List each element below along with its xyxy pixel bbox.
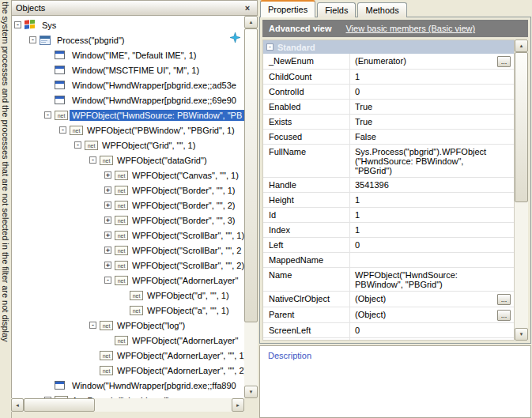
property-value: 1 [355,225,511,235]
tree-item[interactable]: -netWPFObject("Grid", "", 1) [12,137,244,153]
collapse-icon[interactable]: - [59,126,66,134]
collapse-icon[interactable]: - [266,43,274,51]
property-row[interactable]: EnabledTrue [263,100,514,115]
scroll-up-icon[interactable] [244,16,258,28]
ellipsis-button[interactable]: ... [497,294,511,305]
svg-text:net: net [118,338,126,344]
expand-icon[interactable]: + [104,186,111,194]
objects-panel-title: Objects [16,3,45,13]
tree-item[interactable]: -netWPFObject("dataGrid") [12,153,244,168]
svg-text:net: net [118,263,126,269]
collapse-icon[interactable]: - [89,156,96,164]
collapse-icon[interactable]: - [29,36,36,43]
collapse-icon[interactable]: - [14,21,21,28]
tree-item[interactable]: +netWPFObject("ScrollBar", "", 1) [12,228,244,243]
close-icon[interactable]: × [242,2,253,13]
tree-item[interactable]: netWPFObject("AdornerLayer", "", 2) [12,363,244,378]
expand-icon[interactable]: + [104,262,111,269]
property-name: Left [263,238,350,252]
tree-item[interactable]: Window("HwndWrapper[pbgrid.exe;;ffa890 [12,378,244,393]
properties-vscroll-thumb[interactable] [515,52,528,202]
property-row[interactable]: Handle3541396 [263,178,514,193]
scroll-down-icon[interactable] [515,328,528,341]
tree-item[interactable]: -Sys [12,17,244,32]
tree-item[interactable]: -Process("pbgrid") [12,32,244,47]
expand-icon[interactable]: + [104,217,111,224]
tree-item[interactable]: -netWPFObject("PBWindow", "PBGrid", 1) [12,122,244,137]
property-row[interactable]: Height1 [263,193,514,208]
properties-vertical-scrollbar[interactable] [515,40,528,341]
expand-icon[interactable]: + [104,171,111,179]
tree-item[interactable]: netWPFObject("AdornerLayer", "", 1) [12,348,244,363]
collapse-icon[interactable]: - [44,111,51,119]
property-row[interactable]: ChildCount1 [263,70,514,85]
property-value-cell: 0 [350,238,514,252]
tree-item[interactable]: +netWPFObject("ScrollBar", "", 2) [12,258,244,273]
tree-item[interactable]: Window("HwndWrapper[pbgrid.exe;;69e90 [12,92,244,107]
tree-vscroll-thumb[interactable] [244,28,258,322]
property-value-cell: True [350,115,514,129]
property-row[interactable]: ControlId0 [263,85,514,100]
property-row[interactable]: ScreenLeft0 [263,323,514,338]
scroll-right-icon[interactable] [232,398,244,412]
property-row[interactable]: FullNameSys.Process("pbgrid").WPFObject … [263,145,514,178]
property-row[interactable]: NativeClrObject(Object)... [263,292,514,307]
property-row[interactable]: NameWPFObject("HwndSource: PBWindow", "P… [263,268,514,292]
tree-item[interactable]: +netWPFObject("Border", "", 3) [12,213,244,228]
tab-properties[interactable]: Properties [260,0,315,17]
tree-item[interactable]: +netWPFObject("Canvas", "", 1) [12,168,244,183]
tree-item-label: WPFObject("ScrollBar", "", 1) [130,230,244,241]
scroll-up-icon[interactable] [515,40,528,52]
tree-item[interactable]: Window("MSCTFIME UI", "M", 1) [12,62,244,77]
property-row[interactable]: FocusedFalse [263,130,514,145]
property-row[interactable]: _NewEnum(Enumerator)... [263,54,514,70]
expand-icon[interactable]: + [104,247,111,254]
expand-icon[interactable]: + [104,201,111,209]
property-value-cell: 3541396 [350,178,514,192]
property-row[interactable]: ScreenTop0 [263,338,514,341]
tree-item[interactable]: +netAppDomain("pbgrid.exe") [12,393,244,398]
scroll-left-icon[interactable] [11,398,24,412]
svg-text:net: net [118,233,126,239]
tree-item[interactable]: +netWPFObject("ScrollBar", "", 2 [12,243,244,258]
tree-horizontal-scrollbar[interactable] [11,398,244,412]
expand-icon[interactable]: + [104,232,111,239]
tree-item[interactable]: -netWPFObject("log") [12,318,244,333]
tree-item[interactable]: +netWPFObject("Border", "", 1) [12,183,244,198]
tree-vertical-scrollbar[interactable] [244,16,258,398]
collapse-icon[interactable]: - [104,277,111,284]
net-icon: net [115,231,130,240]
collapse-icon[interactable]: - [74,141,81,149]
ellipsis-button[interactable]: ... [497,56,511,67]
svg-text:net: net [103,353,111,359]
tab-fields[interactable]: Fields [317,2,356,17]
tree-item[interactable]: -netWPFObject("HwndSource: PBWindow", "P… [12,107,244,122]
tree-item[interactable]: Window("HwndWrapper[pbgrid.exe;;ad53e [12,77,244,92]
tree-item[interactable]: netWPFObject("d", "", 1) [12,288,244,303]
tree-item[interactable]: netWPFObject("AdornerLayer" [12,333,244,348]
tree-item[interactable]: Window("IME", "Default IME", 1) [12,47,244,62]
property-value-cell: True [350,100,514,114]
property-row[interactable]: Parent(Object)... [263,307,514,323]
collapse-icon[interactable]: - [89,322,96,329]
property-value: 1 [355,195,511,205]
tree-hscroll-thumb[interactable] [24,398,95,412]
property-row[interactable]: Index1 [263,223,514,238]
basic-view-link[interactable]: View basic members (Basic view) [345,24,475,33]
property-row[interactable]: Left0 [263,238,514,253]
property-name: Enabled [263,100,350,114]
property-group-standard[interactable]: - Standard [263,40,514,54]
tab-methods[interactable]: Methods [357,2,406,17]
tree-item[interactable]: netWPFObject("a", "", 1) [12,303,244,318]
ellipsis-button[interactable]: ... [497,310,511,321]
tree-item[interactable]: +netWPFObject("Border", "", 2) [12,198,244,213]
property-value: Sys.Process("pbgrid").WPFObject ("HwndSo… [355,147,511,175]
property-row[interactable]: ExistsTrue [263,115,514,130]
tree-item-label: Window("MSCTFIME UI", "M", 1) [70,65,202,76]
tree-item[interactable]: -netWPFObject("AdornerLayer" [12,273,244,288]
property-value-cell: (Object)... [350,292,514,307]
scroll-down-icon[interactable] [244,386,258,398]
property-row[interactable]: MappedName [263,253,514,268]
inspector-panel: PropertiesFieldsMethods Advanced view Vi… [258,0,532,418]
property-row[interactable]: Id1 [263,208,514,223]
